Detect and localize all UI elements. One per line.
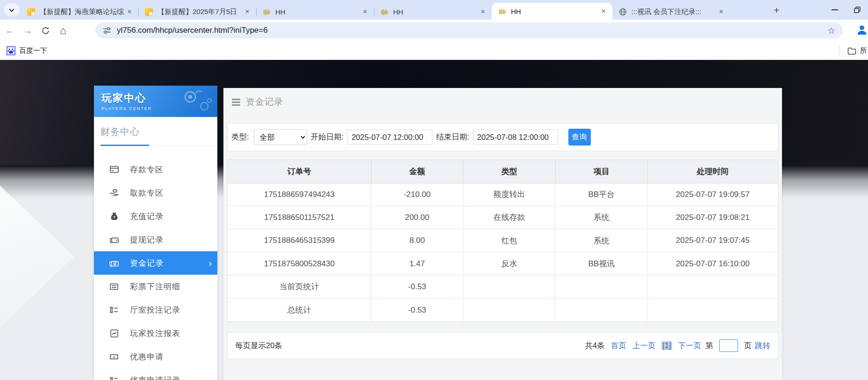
coupon-icon: ¥ xyxy=(109,352,119,361)
end-date-label: 结束日期: xyxy=(436,132,469,142)
cell-amount: 8.00 xyxy=(371,229,463,252)
sidebar-item-hall-bet-records[interactable]: 厅室投注记录 xyxy=(94,298,217,322)
tab-hh-1[interactable]: HH ✕ xyxy=(256,4,374,20)
forum-favicon xyxy=(145,8,153,16)
sidebar-item-label: 充值记录 xyxy=(130,211,164,222)
tab-hh-2[interactable]: HH ✕ xyxy=(374,4,492,20)
sidebar-item-withdrawal-records[interactable]: 提现记录 xyxy=(94,228,217,251)
cell-project: 系统 xyxy=(555,206,647,229)
tab-title: HH xyxy=(393,8,479,16)
cell-type xyxy=(463,275,556,298)
divider xyxy=(839,46,840,55)
col-type: 类型 xyxy=(463,160,556,183)
close-icon[interactable]: ✕ xyxy=(717,7,725,16)
tab-search-button[interactable] xyxy=(4,3,20,16)
all-bookmarks[interactable]: 所 xyxy=(839,41,868,60)
finance-center-label: 财务中心 xyxy=(100,125,217,138)
browser-toolbar: ← → ⌂ yl756.com/hhcp/usercenter.html?ini… xyxy=(0,20,868,41)
window-controls xyxy=(832,0,868,20)
moneybag-icon: ¥ xyxy=(109,212,119,221)
wallet-icon xyxy=(109,235,119,244)
tab-title: HH xyxy=(275,8,361,16)
home-button[interactable]: ⌂ xyxy=(55,22,71,38)
table-row: 1751886501157521 200.00 在线存款 系统 2025-07-… xyxy=(228,206,778,229)
search-button[interactable]: 查询 xyxy=(568,129,591,146)
cell-process-time xyxy=(647,299,778,322)
close-icon[interactable]: ✕ xyxy=(361,7,369,16)
cell-project: BB视讯 xyxy=(555,252,647,275)
cell-type: 红包 xyxy=(463,229,556,252)
address-bar[interactable]: yl756.com/hhcp/usercenter.html?iniType=6… xyxy=(95,22,843,38)
tab-forum-1[interactable]: 【新提醒】海燕策略论坛综 ✕ xyxy=(21,4,138,20)
forward-button[interactable]: → xyxy=(20,22,36,38)
jump-button[interactable]: 跳转 xyxy=(755,341,770,351)
back-button[interactable]: ← xyxy=(2,22,18,38)
url-text[interactable]: yl756.com/hhcp/usercenter.html?iniType=6 xyxy=(117,26,825,35)
close-icon[interactable]: ✕ xyxy=(479,7,487,16)
hh-favicon xyxy=(380,8,388,16)
sidebar-item-label: 玩家投注报表 xyxy=(130,328,180,339)
tab-video-records[interactable]: :::视讯 会员下注纪录::: ✕ xyxy=(612,4,730,20)
sidebar: 玩家中心 PLAYERS CENTER 财务中心 存款专区 取款专区 ¥ xyxy=(94,86,217,380)
close-icon[interactable]: ✕ xyxy=(125,7,134,16)
sidebar-item-funds-records[interactable]: 资金记录 › xyxy=(94,251,217,275)
sidebar-item-promo-apply-records[interactable]: 优惠申请记录 xyxy=(94,368,217,380)
site-settings-icon[interactable] xyxy=(103,26,111,35)
minimize-button[interactable] xyxy=(832,9,838,10)
list-check-icon xyxy=(109,375,119,380)
bookmark-star-icon[interactable]: ☆ xyxy=(825,25,837,36)
table-row-grand-total: 总统计 -0.53 xyxy=(228,299,778,322)
first-page-link[interactable]: 首页 xyxy=(611,341,626,351)
cell-order-no: 1751886597494243 xyxy=(228,183,371,206)
tab-title: 【新提醒】海燕策略论坛综 xyxy=(40,7,125,16)
sidebar-item-deposit-zone[interactable]: 存款专区 xyxy=(94,158,217,181)
table-row: 1751886597494243 -210.00 额度转出 BB平台 2025-… xyxy=(228,183,778,206)
main-content: 资金记录 类型: 全部 开始日期: 结束日期: 查询 订单号 xyxy=(223,88,782,380)
filter-bar: 类型: 全部 开始日期: 结束日期: 查询 xyxy=(227,123,778,151)
jump-page-input[interactable] xyxy=(719,339,738,352)
close-icon[interactable]: ✕ xyxy=(243,7,251,16)
type-select[interactable]: 全部 xyxy=(254,129,307,145)
cell-type: 在线存款 xyxy=(463,206,556,229)
end-date-input[interactable] xyxy=(473,130,558,145)
sidebar-item-promo-apply[interactable]: ¥ 优惠申请 xyxy=(94,345,217,368)
sidebar-item-label: 彩票下注明细 xyxy=(130,281,180,292)
cell-amount: 200.00 xyxy=(371,206,463,229)
cell-type: 额度转出 xyxy=(463,183,556,206)
cell-project: BB平台 xyxy=(555,183,647,206)
page-title: 资金记录 xyxy=(246,96,283,108)
next-page-link[interactable]: 下一页 xyxy=(678,341,702,351)
sidebar-item-label: 厅室投注记录 xyxy=(130,305,180,315)
col-project: 项目 xyxy=(555,160,647,183)
sidebar-menu: 存款专区 取款专区 ¥ 充值记录 提现记录 资金记录 › xyxy=(94,146,217,380)
table-row: 1751875800528430 1.47 反水 BB视讯 2025-07-07… xyxy=(228,252,778,275)
jump-prefix-label: 第 xyxy=(705,341,713,351)
start-date-input[interactable] xyxy=(347,130,432,145)
reload-icon xyxy=(41,26,50,35)
new-tab-button[interactable]: + xyxy=(770,4,783,16)
prev-page-link[interactable]: 上一页 xyxy=(632,341,656,351)
sidebar-item-lottery-bet-details[interactable]: 彩票下注明细 xyxy=(94,275,217,298)
hamburger-icon xyxy=(232,99,240,106)
browser-window: 【新提醒】海燕策略论坛综 ✕ 【新提醒】2025年7月5日 ✕ HH ✕ HH … xyxy=(0,0,868,380)
cell-amount: -0.53 xyxy=(371,299,463,322)
sidebar-item-player-bet-report[interactable]: 玩家投注报表 xyxy=(94,322,217,345)
tab-title: 【新提醒】2025年7月5日 xyxy=(158,7,243,16)
jump-suffix-label: 页 xyxy=(744,341,752,351)
sidebar-item-label: 优惠申请记录 xyxy=(130,375,180,380)
table-row-page-total: 当前页统计 -0.53 xyxy=(228,275,778,298)
tab-forum-2[interactable]: 【新提醒】2025年7月5日 ✕ xyxy=(138,4,256,20)
cell-order-no: 1751886501157521 xyxy=(228,206,371,229)
tab-hh-active[interactable]: HH ✕ xyxy=(492,3,612,20)
hh-favicon xyxy=(263,8,271,16)
total-count-label: 共4条 xyxy=(585,341,604,351)
sidebar-item-recharge-records[interactable]: ¥ 充值记录 xyxy=(94,205,217,228)
sidebar-banner: 玩家中心 PLAYERS CENTER xyxy=(94,86,217,117)
sidebar-item-withdraw-zone[interactable]: 取款专区 xyxy=(94,181,217,205)
profile-avatar[interactable] xyxy=(855,23,868,37)
cell-amount: -210.00 xyxy=(371,183,463,206)
close-icon[interactable]: ✕ xyxy=(599,7,608,15)
bookmark-baidu[interactable]: 百度一下 xyxy=(7,46,47,55)
reload-button[interactable] xyxy=(37,22,53,38)
restore-button[interactable] xyxy=(854,7,861,13)
